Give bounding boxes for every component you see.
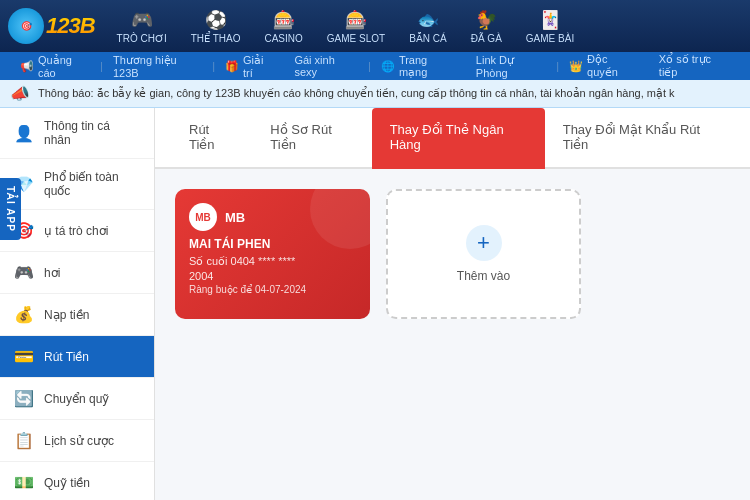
- bank-name: MB: [225, 210, 245, 225]
- tab-thay-doi-matkhau[interactable]: Thay Đổi Mật Khẩu Rút Tiền: [545, 108, 734, 169]
- nav-giai-tri[interactable]: 🎁 Giải trí: [215, 54, 284, 79]
- logo-badge: 🎯: [8, 8, 44, 44]
- bank-logo: MB: [189, 203, 217, 231]
- tro-choi-icon: 🎮: [131, 9, 153, 31]
- megaphone-icon: 📣: [10, 84, 30, 103]
- nav-ban-ca[interactable]: 🐟 BẮN CÁ: [399, 5, 457, 48]
- nav-game-slot[interactable]: 🎰 GAME SLOT: [317, 5, 395, 48]
- user-icon: 👤: [14, 124, 34, 143]
- card-holder-name: MAI TÁI PHEN: [189, 237, 356, 251]
- tai-app-button[interactable]: TẢI APP: [0, 178, 21, 240]
- card-number: Số cuối 0404 **** ****: [189, 255, 356, 268]
- main-content: Rút Tiền Hồ Sơ Rút Tiền Thay Đổi Thẻ Ngâ…: [155, 108, 750, 500]
- sidebar-item-thongtin[interactable]: 👤 Thông tin cá nhân: [0, 108, 154, 159]
- card-area: MB MB MAI TÁI PHEN Số cuối 0404 **** ***…: [155, 169, 750, 339]
- ticker-bar: 📣 Thông báo: ắc bẫy kẻ gian, công ty 123…: [0, 80, 750, 108]
- game-slot-icon: 🎰: [345, 9, 367, 31]
- bank-card[interactable]: MB MB MAI TÁI PHEN Số cuối 0404 **** ***…: [175, 189, 370, 319]
- giai-tri-icon: 🎁: [225, 60, 239, 73]
- game-bai-icon: 🃏: [539, 9, 561, 31]
- logo-text: 123B: [46, 13, 95, 39]
- the-thao-icon: ⚽: [205, 9, 227, 31]
- nav-gai-xinh[interactable]: Gái xinh sexy: [284, 54, 368, 78]
- trang-mang-icon: 🌐: [381, 60, 395, 73]
- second-nav: 📢 Quảng cáo | Thương hiệu 123B | 🎁 Giải …: [0, 52, 750, 80]
- main-layout: TẢI APP 👤 Thông tin cá nhân 💎 Phổ biến t…: [0, 108, 750, 500]
- sidebar-item-phobien[interactable]: 💎 Phổ biến toàn quốc: [0, 159, 154, 210]
- sidebar: 👤 Thông tin cá nhân 💎 Phổ biến toàn quốc…: [0, 108, 155, 500]
- tab-bar: Rút Tiền Hồ Sơ Rút Tiền Thay Đổi Thẻ Ngâ…: [155, 108, 750, 169]
- sidebar-item-naptien[interactable]: 💰 Nạp tiền: [0, 294, 154, 336]
- game-icon: 🎮: [14, 263, 34, 282]
- card-expiry: Ràng buộc để 04-07-2024: [189, 284, 356, 295]
- tab-thay-doi-the[interactable]: Thay Đổi Thẻ Ngân Hàng: [372, 108, 545, 169]
- card-year: 2004: [189, 270, 356, 282]
- tab-rut-tien[interactable]: Rút Tiền: [171, 108, 252, 169]
- nav-doc-quyen[interactable]: 👑 Độc quyền: [559, 53, 649, 79]
- deposit-icon: 💰: [14, 305, 34, 324]
- bank-card-header: MB MB: [189, 203, 356, 231]
- nav-game-bai[interactable]: 🃏 GAME BÀI: [516, 5, 584, 48]
- sidebar-item-quytien[interactable]: 💵 Quỹ tiền: [0, 462, 154, 500]
- nav-da-ga[interactable]: 🐓 ĐÃ GÀ: [461, 5, 512, 48]
- sidebar-wrapper: TẢI APP 👤 Thông tin cá nhân 💎 Phổ biến t…: [0, 108, 155, 500]
- add-card-label: Thêm vào: [457, 269, 510, 283]
- quang-cao-icon: 📢: [20, 60, 34, 73]
- sidebar-item-chuyenquy[interactable]: 🔄 Chuyển quỹ: [0, 378, 154, 420]
- sidebar-item-lichsu[interactable]: 📋 Lịch sử cược: [0, 420, 154, 462]
- top-nav: 🎯 123B 🎮 TRÒ CHƠI ⚽ THỂ THAO 🎰 CASINO 🎰 …: [0, 0, 750, 52]
- nav-xo-so[interactable]: Xổ số trực tiếp: [649, 53, 740, 79]
- ban-ca-icon: 🐟: [417, 9, 439, 31]
- logo-area[interactable]: 🎯 123B: [8, 8, 95, 44]
- nav-casino[interactable]: 🎰 CASINO: [254, 5, 312, 48]
- fund-icon: 💵: [14, 473, 34, 492]
- sidebar-item-ruttien[interactable]: 💳 Rút Tiền: [0, 336, 154, 378]
- nav-link-du-phong[interactable]: Link Dự Phòng: [466, 54, 556, 79]
- transfer-icon: 🔄: [14, 389, 34, 408]
- nav-quang-cao[interactable]: 📢 Quảng cáo: [10, 54, 100, 79]
- add-card-button[interactable]: + Thêm vào: [386, 189, 581, 319]
- ticker-text: Thông báo: ắc bẫy kẻ gian, công ty 123B …: [38, 87, 675, 100]
- doc-quyen-icon: 👑: [569, 60, 583, 73]
- sidebar-item-hoi[interactable]: 🎮 hơi: [0, 252, 154, 294]
- nav-tro-choi[interactable]: 🎮 TRÒ CHƠI: [107, 5, 177, 48]
- nav-trang-mang[interactable]: 🌐 Trang mạng: [371, 54, 466, 79]
- add-icon: +: [466, 225, 502, 261]
- nav-thuong-hieu[interactable]: Thương hiệu 123B: [103, 54, 212, 79]
- withdraw-icon: 💳: [14, 347, 34, 366]
- casino-icon: 🎰: [273, 9, 295, 31]
- da-ga-icon: 🐓: [475, 9, 497, 31]
- history-icon: 📋: [14, 431, 34, 450]
- nav-the-thao[interactable]: ⚽ THỂ THAO: [181, 5, 251, 48]
- tab-ho-so-rut-tien[interactable]: Hồ Sơ Rút Tiền: [252, 108, 371, 169]
- sidebar-item-trochoi[interactable]: 🎯 ụ tá trò chơi: [0, 210, 154, 252]
